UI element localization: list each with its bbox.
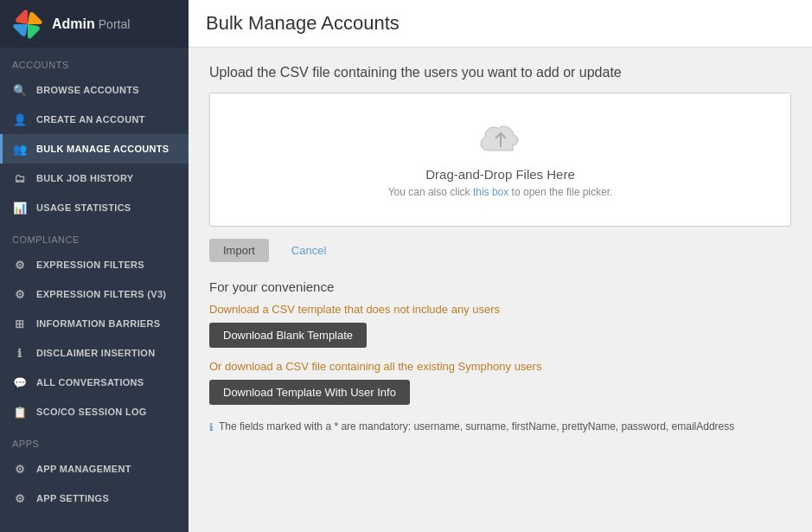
sidebar-item-disclaimer-insertion[interactable]: ℹ Disclaimer Insertion [0,338,189,368]
filter-icon: ⚙ [12,257,28,272]
action-buttons: Import Cancel [209,239,791,262]
sidebar-item-label: Information Barriers [36,318,160,329]
sidebar-item-sco-session-log[interactable]: 📋 SCO/CO Session Log [0,397,189,426]
section-label-accounts: Accounts [0,48,189,75]
sidebar-item-app-management[interactable]: ⚙ App Management [0,454,189,484]
sidebar-item-label: Expression Filters (V3) [36,289,166,299]
convenience-title: For your convenience [209,279,791,294]
chart-icon: 📊 [12,200,28,215]
dropzone-sub-suffix: to open the file picker. [508,186,612,198]
dropzone-main-text: Drag-and-Drop Files Here [425,167,575,182]
sidebar-item-expression-filters-v3[interactable]: ⚙ Expression Filters (V3) [0,279,189,309]
sidebar-item-label: All Conversations [36,377,144,388]
upload-icon [480,121,521,158]
filter-v3-icon: ⚙ [12,286,28,302]
sidebar-item-label: Browse Accounts [36,85,139,95]
main-body: Upload the CSV file containing the users… [189,48,812,532]
disclaimer-icon: ℹ [12,345,28,361]
sidebar-item-usage-statistics[interactable]: 📊 Usage Statistics [0,193,189,222]
info-icon: ℹ [209,421,214,433]
logo-icon [12,9,43,40]
sidebar-section-compliance: Compliance ⚙ Expression Filters ⚙ Expres… [0,222,189,426]
download-blank-template-button[interactable]: Download Blank Template [209,323,367,348]
section-label-apps: Apps [0,426,189,454]
app-settings-icon: ⚙ [12,490,28,506]
mandatory-note: ℹ The fields marked with a * are mandato… [209,420,791,433]
user-icon: 👤 [12,112,28,127]
main-content: Bulk Manage Accounts Upload the CSV file… [189,0,812,532]
page-title: Bulk Manage Accounts [206,12,795,35]
section-label-compliance: Compliance [0,222,189,250]
main-header: Bulk Manage Accounts [189,0,812,48]
folder-icon: 🗂 [12,170,28,186]
cancel-button[interactable]: Cancel [278,239,340,262]
sidebar-item-label: Expression Filters [36,260,144,270]
search-icon: 🔍 [12,82,28,98]
upload-title: Upload the CSV file containing the users… [209,65,791,80]
barrier-icon: ⊞ [12,316,28,331]
sidebar-section-accounts: Accounts 🔍 Browse Accounts 👤 Create an A… [0,48,189,222]
users-icon: 👥 [12,141,28,157]
dropzone-sub-prefix: You can also click [388,186,473,198]
dropzone-sub-text: You can also click this box to open the … [388,186,613,198]
mandatory-note-text: The fields marked with a * are mandatory… [219,420,734,433]
conversation-icon: 💬 [12,375,28,390]
sidebar-section-apps: Apps ⚙ App Management ⚙ App Settings [0,426,189,513]
sidebar-item-app-settings[interactable]: ⚙ App Settings [0,484,189,513]
app-mgmt-icon: ⚙ [12,461,28,477]
import-button[interactable]: Import [209,239,269,262]
convenience-section: For your convenience Download a CSV temp… [209,279,791,433]
sidebar-item-label: SCO/CO Session Log [36,407,147,417]
sidebar-item-label: Create an Account [36,114,145,125]
blank-template-desc: Download a CSV template that does not in… [209,303,791,316]
sidebar-item-bulk-manage[interactable]: 👥 Bulk Manage Accounts [0,134,189,163]
sidebar-item-expression-filters[interactable]: ⚙ Expression Filters [0,250,189,279]
sidebar-item-label: Usage Statistics [36,202,131,213]
sidebar: Admin Portal Accounts 🔍 Browse Accounts … [0,0,189,532]
sidebar-item-label: Bulk Manage Accounts [36,144,169,154]
sidebar-brand: Admin Portal [52,16,130,32]
log-icon: 📋 [12,404,28,420]
sidebar-item-information-barriers[interactable]: ⊞ Information Barriers [0,309,189,338]
sidebar-item-all-conversations[interactable]: 💬 All Conversations [0,368,189,397]
sidebar-header: Admin Portal [0,0,189,48]
sidebar-item-label: Disclaimer Insertion [36,348,155,358]
sidebar-item-label: Bulk Job History [36,173,133,183]
brand-portal: Portal [99,17,131,31]
brand-admin: Admin [52,16,95,32]
download-user-template-button[interactable]: Download Template With User Info [209,380,410,405]
file-drop-zone[interactable]: Drag-and-Drop Files Here You can also cl… [209,93,791,227]
sidebar-item-browse-accounts[interactable]: 🔍 Browse Accounts [0,75,189,105]
sidebar-item-label: App Settings [36,493,109,503]
sidebar-item-label: App Management [36,464,131,474]
dropzone-link[interactable]: this box [473,186,508,198]
sidebar-item-bulk-job-history[interactable]: 🗂 Bulk Job History [0,163,189,193]
user-template-desc: Or download a CSV file containing all th… [209,360,791,373]
sidebar-item-create-account[interactable]: 👤 Create an Account [0,105,189,134]
